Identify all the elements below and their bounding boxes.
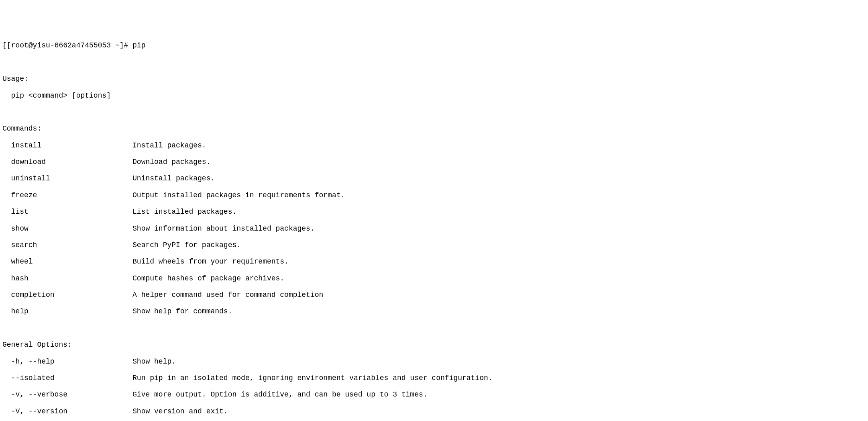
option-desc: Give more output. Option is additive, an…: [132, 390, 428, 399]
option-name: -V, --version: [11, 407, 132, 416]
command-desc: Uninstall packages.: [132, 174, 215, 183]
option-desc: Show version and exit.: [132, 407, 228, 416]
terminal-output: [[root@yisu-6662a47455053 ~]# pip Usage:…: [2, 33, 866, 421]
command-desc: Show help for commands.: [132, 307, 232, 316]
command-row: showShow information about installed pac…: [2, 225, 866, 233]
prompt-line-1: [[root@yisu-6662a47455053 ~]# pip: [2, 41, 866, 50]
command-name: uninstall: [11, 174, 132, 183]
option-name: -h, --help: [11, 358, 132, 366]
command-row: downloadDownload packages.: [2, 158, 866, 166]
options-header: General Options:: [2, 341, 866, 349]
command-desc: Build wheels from your requirements.: [132, 258, 289, 266]
option-row: -V, --versionShow version and exit.: [2, 407, 866, 416]
command-row: uninstallUninstall packages.: [2, 174, 866, 183]
command-name: freeze: [11, 191, 132, 200]
command-name: completion: [11, 291, 132, 299]
command-row: wheelBuild wheels from your requirements…: [2, 258, 866, 266]
command-desc: Output installed packages in requirement…: [132, 191, 345, 200]
commands-header: Commands:: [2, 125, 866, 133]
command-name: hash: [11, 274, 132, 283]
command-desc: Show information about installed package…: [132, 225, 315, 233]
command-name: help: [11, 307, 132, 316]
command-desc: A helper command used for command comple…: [132, 291, 323, 299]
command-row: freezeOutput installed packages in requi…: [2, 191, 866, 200]
command-row: helpShow help for commands.: [2, 307, 866, 316]
option-desc: Run pip in an isolated mode, ignoring en…: [132, 374, 493, 382]
option-desc: Show help.: [132, 358, 176, 366]
option-row: -h, --helpShow help.: [2, 358, 866, 366]
command-name: wheel: [11, 258, 132, 266]
command-desc: List installed packages.: [132, 208, 236, 216]
command-row: completionA helper command used for comm…: [2, 291, 866, 299]
command-name: list: [11, 208, 132, 216]
command-name: search: [11, 241, 132, 249]
command-desc: Download packages.: [132, 158, 210, 166]
option-name: --isolated: [11, 374, 132, 382]
command-row: hashCompute hashes of package archives.: [2, 274, 866, 283]
command-name: download: [11, 158, 132, 166]
blank-line: [2, 58, 866, 67]
option-row: --isolatedRun pip in an isolated mode, i…: [2, 374, 866, 382]
option-name: -v, --verbose: [11, 390, 132, 399]
command-row: searchSearch PyPI for packages.: [2, 241, 866, 249]
command-name: show: [11, 225, 132, 233]
command-row: installInstall packages.: [2, 141, 866, 150]
command-name: install: [11, 141, 132, 150]
command-desc: Search PyPI for packages.: [132, 241, 241, 249]
command-row: listList installed packages.: [2, 208, 866, 216]
usage-header: Usage:: [2, 75, 866, 83]
blank-line: [2, 108, 866, 116]
command-desc: Install packages.: [132, 141, 206, 150]
usage-line: pip <command> [options]: [2, 92, 866, 100]
blank-line: [2, 324, 866, 333]
option-row: -v, --verboseGive more output. Option is…: [2, 390, 866, 399]
command-desc: Compute hashes of package archives.: [132, 274, 284, 283]
